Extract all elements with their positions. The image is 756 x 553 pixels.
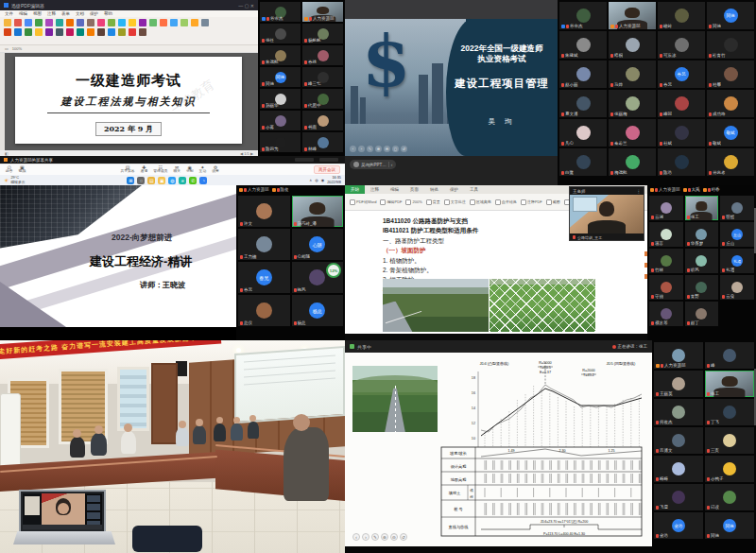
menu-item[interactable]: 保护 <box>90 11 98 16</box>
viewer-nav-icon[interactable]: ⊕ <box>381 533 388 541</box>
ribbon-tool-icon[interactable] <box>35 28 43 36</box>
edge-icon[interactable]: e <box>179 177 186 184</box>
participant-tile[interactable]: 谷市杰 <box>559 2 607 29</box>
ribbon-tool-icon[interactable] <box>129 19 136 26</box>
webcam-overlay[interactable]: 王老师⋮ 公路培训_王工 <box>569 186 644 241</box>
participant-tile[interactable]: 杜斌 <box>658 119 705 147</box>
ribbon-tool-icon[interactable] <box>77 28 84 36</box>
hand-tool-icon[interactable]: ▭ <box>5 46 9 51</box>
participant-tile[interactable]: 华胥梦 <box>685 222 719 247</box>
participant-tile[interactable]: 杨总杨总 <box>292 295 344 326</box>
participant-tile[interactable]: 春兄春兄 <box>658 60 705 88</box>
ribbon-tool-icon[interactable] <box>4 19 11 26</box>
share-bar-button[interactable] <box>295 158 314 162</box>
participant-tile[interactable]: 丘山丘山 <box>720 222 754 247</box>
participant-tile[interactable]: 松青竹 <box>707 31 754 59</box>
participant-tile[interactable]: 礼遇礼遇 <box>720 249 754 273</box>
participant-tile[interactable]: 白鹭 <box>559 148 607 176</box>
participant-tile[interactable]: 人力资源部 <box>302 2 343 22</box>
ribbon-tool-icon[interactable] <box>25 28 32 36</box>
participant-tile[interactable]: 可乐冰 <box>658 31 705 59</box>
folder-icon[interactable]: ▣ <box>158 177 165 184</box>
share-bar-button[interactable] <box>319 158 338 162</box>
menu-item[interactable]: 编辑 <box>19 11 27 16</box>
participant-tile[interactable]: 成功路 <box>707 90 754 117</box>
menu-item[interactable]: 文件 <box>5 11 13 16</box>
participant-tile[interactable]: 梧桐 <box>609 31 656 59</box>
participant-tile[interactable]: 春桃 <box>302 45 343 65</box>
tray-network-icon[interactable]: ◍ <box>315 178 318 182</box>
tray-volume-icon[interactable]: ◉ <box>321 178 325 182</box>
participant-tile[interactable]: 峻岭 <box>658 2 705 29</box>
ribbon-tool-icon[interactable] <box>97 19 105 26</box>
participant-tile[interactable]: 小鸭子 <box>705 456 754 482</box>
participant-tile[interactable]: 云朵 <box>720 275 754 300</box>
participant-tile[interactable]: 横水居 <box>649 302 683 326</box>
page-pager[interactable]: ◀ 1/1 ▶ <box>240 151 253 156</box>
record-button[interactable]: ◉录制 <box>186 165 194 174</box>
menu-item[interactable]: 视图 <box>33 11 42 16</box>
participant-tile[interactable]: 峰三七 <box>302 67 343 87</box>
participant-tile[interactable]: 丁飞 <box>705 399 754 425</box>
doc-tool-button[interactable]: PDF转Word <box>350 199 376 205</box>
window-controls-icons[interactable]: — ▢ ✕ <box>238 3 254 9</box>
participant-tile[interactable]: 凡心 <box>559 119 607 147</box>
participant-tile[interactable]: 张工 <box>685 196 719 220</box>
participant-tile[interactable]: 许文 <box>238 196 290 227</box>
participant-tile[interactable]: 飞雪 <box>654 484 703 510</box>
leave-meeting-button[interactable]: 离开会议 <box>314 165 340 174</box>
doc-tool-button[interactable]: 截图 <box>546 199 560 205</box>
ribbon-tool-icon[interactable] <box>180 19 188 26</box>
participant-tile[interactable]: 明哲 <box>720 196 754 220</box>
ribbon-tool-icon[interactable] <box>108 28 115 36</box>
ribbon-tool-icon[interactable] <box>139 19 146 26</box>
participant-tile[interactable]: 桂馨 <box>707 60 754 88</box>
menu-item[interactable]: 表单 <box>61 11 70 16</box>
camera-button[interactable]: ▣视频 <box>19 165 26 174</box>
participant-tile[interactable]: 三页 <box>705 427 754 454</box>
participant-tile[interactable]: 峰回 <box>658 90 705 117</box>
participant-tile[interactable]: 已读 <box>705 484 754 510</box>
participant-tile[interactable]: 同德同德 <box>260 67 301 87</box>
ribbon-tool-icon[interactable] <box>87 28 94 36</box>
participant-tile[interactable]: 陈浩 <box>658 148 705 176</box>
menu-item[interactable]: 文档 <box>76 11 84 16</box>
slide-nav-icon[interactable]: ‹ <box>350 146 356 152</box>
interact-button[interactable]: ✦互动 <box>199 165 207 174</box>
ribbon-tool-icon[interactable] <box>149 19 157 26</box>
presenter-tab[interactable]: 吴珣的PPT… ‹ <box>350 160 396 169</box>
ribbon-tool-icon[interactable] <box>97 28 105 36</box>
ribbon-tool-icon[interactable] <box>77 19 84 26</box>
participant-tile[interactable]: 夏文博 <box>559 90 607 117</box>
participant-tile[interactable]: 心随心相随 <box>292 229 344 260</box>
explorer-icon[interactable]: ▤ <box>147 177 155 184</box>
viewer-nav-icon[interactable]: ‹ <box>352 533 360 541</box>
ribbon-tool-icon[interactable] <box>170 19 178 26</box>
participant-tile[interactable]: 同德同德 <box>707 2 754 29</box>
doc-tool-button[interactable]: 编辑PDF <box>380 199 402 205</box>
viewer-nav-icon[interactable]: ⊖ <box>390 533 398 541</box>
doc-tool-button[interactable]: 背景 <box>426 199 440 205</box>
participant-tile[interactable]: 人力资源部 <box>654 342 703 369</box>
search-icon[interactable]: ○ <box>137 177 145 184</box>
doc-tab[interactable]: 编辑 <box>385 185 404 194</box>
doc-tool-button[interactable]: 注释PDF <box>521 199 542 205</box>
system-tray[interactable]: ∧ ◍ ◉ 16:352022/9/8 <box>309 176 341 183</box>
participant-tile[interactable]: 马烨 <box>609 60 656 88</box>
participant-tile[interactable]: 听风 <box>685 249 719 273</box>
start-icon[interactable]: ⊞ <box>127 177 134 184</box>
ribbon-tool-icon[interactable] <box>87 19 94 26</box>
doc-tool-button[interactable]: 文字批注 <box>444 199 466 205</box>
participant-tile[interactable]: 秦若兰 <box>609 119 656 147</box>
participant-tile[interactable]: 陈四为 <box>260 132 301 152</box>
ribbon-tool-icon[interactable] <box>160 19 167 26</box>
collapse-icon[interactable]: ‹ <box>391 162 393 167</box>
participant-tile[interactable]: 峰 <box>705 342 754 369</box>
participant-tile[interactable]: 代思中 <box>302 89 343 109</box>
settings-button[interactable]: ⚙设置 <box>212 165 219 174</box>
ribbon-tool-icon[interactable] <box>45 19 53 26</box>
slide-nav-icon[interactable]: ⊖ <box>384 146 390 152</box>
ribbon-tool-icon[interactable] <box>4 28 11 36</box>
tray-chevron-icon[interactable]: ∧ <box>309 178 312 182</box>
ribbon-tool-icon[interactable] <box>35 19 43 26</box>
